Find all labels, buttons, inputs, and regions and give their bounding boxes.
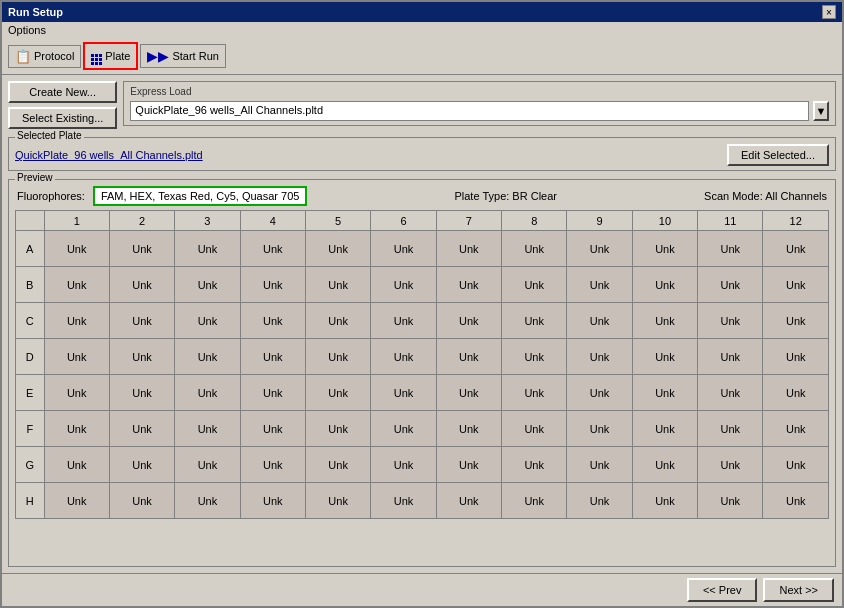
cell-H5[interactable]: Unk (305, 483, 370, 519)
select-existing-button[interactable]: Select Existing... (8, 107, 117, 129)
cell-C4[interactable]: Unk (240, 303, 305, 339)
cell-G10[interactable]: Unk (632, 447, 697, 483)
cell-A5[interactable]: Unk (305, 231, 370, 267)
cell-H11[interactable]: Unk (698, 483, 763, 519)
cell-C3[interactable]: Unk (175, 303, 240, 339)
cell-E4[interactable]: Unk (240, 375, 305, 411)
cell-A12[interactable]: Unk (763, 231, 829, 267)
cell-C1[interactable]: Unk (44, 303, 109, 339)
cell-G12[interactable]: Unk (763, 447, 829, 483)
cell-B2[interactable]: Unk (109, 267, 174, 303)
next-button[interactable]: Next >> (763, 578, 834, 602)
cell-G8[interactable]: Unk (502, 447, 567, 483)
cell-D1[interactable]: Unk (44, 339, 109, 375)
cell-E9[interactable]: Unk (567, 375, 632, 411)
cell-H7[interactable]: Unk (436, 483, 501, 519)
plate-button[interactable]: Plate (83, 42, 138, 70)
express-load-select[interactable]: QuickPlate_96 wells_All Channels.pltd (130, 101, 809, 121)
cell-B3[interactable]: Unk (175, 267, 240, 303)
cell-C12[interactable]: Unk (763, 303, 829, 339)
cell-B1[interactable]: Unk (44, 267, 109, 303)
cell-A9[interactable]: Unk (567, 231, 632, 267)
cell-A6[interactable]: Unk (371, 231, 436, 267)
cell-C11[interactable]: Unk (698, 303, 763, 339)
cell-H4[interactable]: Unk (240, 483, 305, 519)
cell-F8[interactable]: Unk (502, 411, 567, 447)
cell-B7[interactable]: Unk (436, 267, 501, 303)
cell-D12[interactable]: Unk (763, 339, 829, 375)
cell-B12[interactable]: Unk (763, 267, 829, 303)
cell-G3[interactable]: Unk (175, 447, 240, 483)
cell-H9[interactable]: Unk (567, 483, 632, 519)
cell-C6[interactable]: Unk (371, 303, 436, 339)
cell-B4[interactable]: Unk (240, 267, 305, 303)
cell-G11[interactable]: Unk (698, 447, 763, 483)
cell-C8[interactable]: Unk (502, 303, 567, 339)
cell-D5[interactable]: Unk (305, 339, 370, 375)
cell-C10[interactable]: Unk (632, 303, 697, 339)
cell-A1[interactable]: Unk (44, 231, 109, 267)
cell-D10[interactable]: Unk (632, 339, 697, 375)
cell-D11[interactable]: Unk (698, 339, 763, 375)
cell-G6[interactable]: Unk (371, 447, 436, 483)
cell-E12[interactable]: Unk (763, 375, 829, 411)
cell-C9[interactable]: Unk (567, 303, 632, 339)
cell-D7[interactable]: Unk (436, 339, 501, 375)
cell-B10[interactable]: Unk (632, 267, 697, 303)
cell-F12[interactable]: Unk (763, 411, 829, 447)
cell-A2[interactable]: Unk (109, 231, 174, 267)
options-menu[interactable]: Options (8, 24, 46, 36)
cell-F11[interactable]: Unk (698, 411, 763, 447)
cell-A8[interactable]: Unk (502, 231, 567, 267)
cell-E6[interactable]: Unk (371, 375, 436, 411)
cell-E8[interactable]: Unk (502, 375, 567, 411)
cell-H10[interactable]: Unk (632, 483, 697, 519)
express-load-dropdown-arrow[interactable]: ▼ (813, 101, 829, 121)
cell-F10[interactable]: Unk (632, 411, 697, 447)
cell-C7[interactable]: Unk (436, 303, 501, 339)
cell-E3[interactable]: Unk (175, 375, 240, 411)
cell-G9[interactable]: Unk (567, 447, 632, 483)
cell-G7[interactable]: Unk (436, 447, 501, 483)
cell-F9[interactable]: Unk (567, 411, 632, 447)
cell-D8[interactable]: Unk (502, 339, 567, 375)
cell-B5[interactable]: Unk (305, 267, 370, 303)
edit-selected-button[interactable]: Edit Selected... (727, 144, 829, 166)
cell-A11[interactable]: Unk (698, 231, 763, 267)
cell-D9[interactable]: Unk (567, 339, 632, 375)
cell-B6[interactable]: Unk (371, 267, 436, 303)
cell-F4[interactable]: Unk (240, 411, 305, 447)
create-new-button[interactable]: Create New... (8, 81, 117, 103)
cell-F3[interactable]: Unk (175, 411, 240, 447)
cell-D6[interactable]: Unk (371, 339, 436, 375)
cell-F1[interactable]: Unk (44, 411, 109, 447)
cell-D3[interactable]: Unk (175, 339, 240, 375)
cell-D4[interactable]: Unk (240, 339, 305, 375)
cell-H2[interactable]: Unk (109, 483, 174, 519)
cell-G1[interactable]: Unk (44, 447, 109, 483)
cell-H6[interactable]: Unk (371, 483, 436, 519)
prev-button[interactable]: << Prev (687, 578, 758, 602)
cell-F7[interactable]: Unk (436, 411, 501, 447)
cell-A4[interactable]: Unk (240, 231, 305, 267)
protocol-button[interactable]: 📋 Protocol (8, 45, 81, 68)
close-button[interactable]: × (822, 5, 836, 19)
cell-H1[interactable]: Unk (44, 483, 109, 519)
cell-H8[interactable]: Unk (502, 483, 567, 519)
cell-F6[interactable]: Unk (371, 411, 436, 447)
cell-E5[interactable]: Unk (305, 375, 370, 411)
cell-E1[interactable]: Unk (44, 375, 109, 411)
cell-G4[interactable]: Unk (240, 447, 305, 483)
cell-E11[interactable]: Unk (698, 375, 763, 411)
cell-B8[interactable]: Unk (502, 267, 567, 303)
cell-F2[interactable]: Unk (109, 411, 174, 447)
cell-H3[interactable]: Unk (175, 483, 240, 519)
cell-F5[interactable]: Unk (305, 411, 370, 447)
cell-E2[interactable]: Unk (109, 375, 174, 411)
cell-H12[interactable]: Unk (763, 483, 829, 519)
selected-plate-name[interactable]: QuickPlate_96 wells_All Channels.pltd (15, 149, 721, 161)
cell-G5[interactable]: Unk (305, 447, 370, 483)
cell-C2[interactable]: Unk (109, 303, 174, 339)
cell-E10[interactable]: Unk (632, 375, 697, 411)
cell-B9[interactable]: Unk (567, 267, 632, 303)
